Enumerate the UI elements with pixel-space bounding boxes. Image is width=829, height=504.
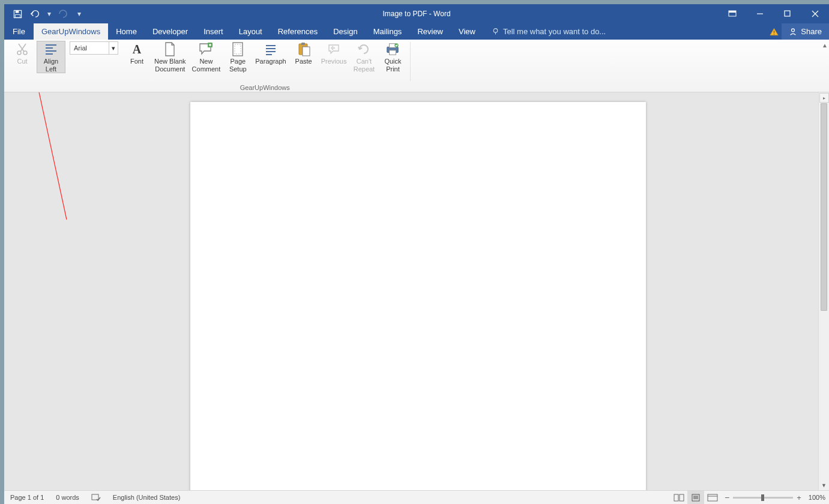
chevron-down-icon[interactable]: ▾ xyxy=(109,42,118,54)
document-canvas[interactable] xyxy=(4,92,818,490)
scroll-thumb[interactable] xyxy=(821,103,827,311)
print-layout-icon xyxy=(691,494,701,502)
tab-file[interactable]: File xyxy=(4,23,34,40)
previous-button: Previous xyxy=(318,41,350,65)
svg-rect-33 xyxy=(303,47,310,56)
new-blank-document-button[interactable]: New Blank Document xyxy=(151,41,189,73)
status-bar: Page 1 of 1 0 words English (United Stat… xyxy=(4,490,829,504)
language-status[interactable]: English (United States) xyxy=(107,494,187,501)
undo-button[interactable] xyxy=(27,5,44,22)
align-left-icon xyxy=(44,42,58,56)
zoom-control: − + 100% xyxy=(721,493,829,502)
document-icon xyxy=(163,42,177,56)
svg-rect-36 xyxy=(390,50,396,55)
paragraph-icon xyxy=(264,42,278,56)
page[interactable] xyxy=(190,102,646,490)
lightbulb-icon xyxy=(492,28,499,35)
font-name-combo[interactable]: Arial ▾ xyxy=(70,41,118,55)
font-button[interactable]: A Font xyxy=(122,41,151,65)
zoom-in-button[interactable]: + xyxy=(797,493,801,502)
tell-me-search[interactable]: Tell me what you want to do... xyxy=(492,23,606,40)
align-left-button[interactable]: Align Left xyxy=(37,41,65,73)
svg-rect-47 xyxy=(708,494,717,501)
close-button[interactable] xyxy=(801,4,829,23)
page-setup-icon xyxy=(231,42,245,56)
share-icon xyxy=(789,28,797,36)
word-count-status[interactable]: 0 words xyxy=(50,494,85,501)
undo-dropdown-icon[interactable]: ▾ xyxy=(45,10,53,18)
tab-references[interactable]: References xyxy=(270,23,325,40)
page-setup-button[interactable]: Page Setup xyxy=(223,41,252,73)
app-window: ▾ ▾ Image to PDF - Word File GearUpWindo… xyxy=(4,4,829,504)
document-title: Image to PDF - Word xyxy=(4,10,829,18)
svg-point-13 xyxy=(792,28,795,31)
paste-button[interactable]: Paste xyxy=(289,41,318,65)
scissors-icon xyxy=(15,42,29,56)
svg-rect-42 xyxy=(680,494,684,501)
window-controls xyxy=(719,4,829,23)
font-name-value: Arial xyxy=(70,44,109,52)
svg-rect-41 xyxy=(674,494,678,501)
tab-design[interactable]: Design xyxy=(325,23,365,40)
repeat-icon xyxy=(357,42,371,56)
save-button[interactable] xyxy=(9,5,26,22)
svg-rect-6 xyxy=(785,11,790,16)
new-comment-button[interactable]: New Comment xyxy=(189,41,224,73)
zoom-out-button[interactable]: − xyxy=(725,493,729,502)
printer-icon xyxy=(385,42,400,56)
spellcheck-status[interactable] xyxy=(85,493,107,502)
annotation-arrow xyxy=(20,92,74,226)
web-layout-button[interactable] xyxy=(704,491,721,504)
ribbon-separator xyxy=(410,42,411,81)
tab-developer[interactable]: Developer xyxy=(145,23,196,40)
tab-mailings[interactable]: Mailings xyxy=(366,23,410,40)
title-bar: ▾ ▾ Image to PDF - Word xyxy=(4,4,829,23)
ruler-toggle[interactable]: ▸ xyxy=(819,93,829,103)
ribbon-display-options-button[interactable] xyxy=(719,4,746,23)
zoom-level[interactable]: 100% xyxy=(809,494,825,501)
svg-rect-32 xyxy=(301,43,305,45)
vertical-scrollbar[interactable]: ▲ ▼ xyxy=(818,92,829,490)
quick-print-button[interactable]: Quick Print xyxy=(378,41,407,73)
tab-gearupwindows[interactable]: GearUpWindows xyxy=(34,23,108,40)
tell-me-placeholder: Tell me what you want to do... xyxy=(503,27,606,36)
tab-view[interactable]: View xyxy=(451,23,483,40)
ribbon: ▲ Cut Align Left A xyxy=(4,40,829,92)
print-layout-button[interactable] xyxy=(687,491,704,504)
zoom-slider[interactable] xyxy=(733,497,793,499)
clipboard-icon xyxy=(297,42,311,56)
read-mode-icon xyxy=(674,494,684,502)
svg-rect-40 xyxy=(92,494,98,500)
svg-point-9 xyxy=(493,29,498,33)
maximize-button[interactable] xyxy=(774,4,801,23)
share-label: Share xyxy=(801,27,822,36)
quick-access-toolbar: ▾ ▾ xyxy=(4,5,83,22)
svg-rect-1 xyxy=(15,10,19,13)
workspace: ▸ ▲ ▼ xyxy=(4,92,829,490)
tab-layout[interactable]: Layout xyxy=(231,23,270,40)
web-layout-icon xyxy=(707,494,718,502)
new-comment-icon xyxy=(199,42,213,56)
font-icon: A xyxy=(130,42,144,56)
read-mode-button[interactable] xyxy=(671,491,687,504)
scroll-down-icon[interactable]: ▼ xyxy=(819,480,829,490)
paragraph-button[interactable]: Paragraph xyxy=(252,41,289,65)
ribbon-group-label: GearUpWindows xyxy=(121,84,409,91)
tab-insert[interactable]: Insert xyxy=(196,23,231,40)
proofing-icon xyxy=(91,493,101,502)
svg-point-12 xyxy=(773,33,774,34)
ribbon-tabs: File GearUpWindows Home Developer Insert… xyxy=(4,23,829,40)
tab-home[interactable]: Home xyxy=(108,23,145,40)
redo-button xyxy=(55,5,71,22)
svg-line-38 xyxy=(28,92,67,220)
minimize-button[interactable] xyxy=(746,4,774,23)
svg-rect-4 xyxy=(729,11,736,13)
page-number-status[interactable]: Page 1 of 1 xyxy=(4,494,50,501)
tab-review[interactable]: Review xyxy=(409,23,451,40)
qat-customize-icon[interactable]: ▾ xyxy=(75,10,83,18)
collapse-ribbon-icon[interactable]: ▲ xyxy=(822,42,828,49)
cut-button: Cut xyxy=(8,41,37,65)
share-button[interactable]: Share xyxy=(782,23,829,40)
previous-comment-icon xyxy=(327,42,341,56)
warning-icon[interactable] xyxy=(766,28,782,36)
